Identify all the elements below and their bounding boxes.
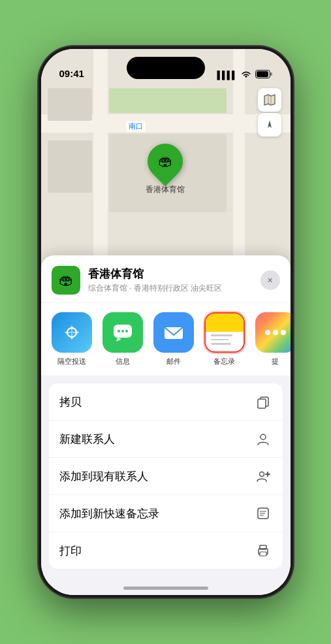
share-item-notes[interactable]: 备忘录 (204, 312, 245, 366)
share-item-airdrop[interactable]: 隔空投送 (52, 312, 92, 366)
copy-icon (254, 393, 272, 411)
status-icons: ▌▌▌▌ (217, 70, 272, 80)
new-contact-icon (254, 430, 272, 448)
dynamic-island (127, 57, 205, 79)
svg-point-15 (125, 330, 128, 332)
share-item-mail[interactable]: 邮件 (153, 312, 194, 366)
svg-rect-29 (260, 552, 266, 556)
share-item-more[interactable]: 提 (255, 312, 291, 366)
print-icon (254, 541, 272, 560)
messages-icon (102, 312, 143, 353)
more-label: 提 (272, 357, 279, 366)
close-icon: × (267, 275, 272, 285)
print-label: 打印 (59, 543, 82, 558)
more-icon (255, 312, 291, 353)
sheet-close-button[interactable]: × (260, 270, 280, 290)
svg-marker-12 (116, 338, 121, 342)
home-indicator (123, 587, 208, 590)
venue-subtitle: 综合体育馆 · 香港特别行政区 油尖旺区 (88, 283, 260, 294)
map-green-area (109, 88, 227, 113)
airdrop-icon (52, 312, 92, 353)
new-contact-label: 新建联系人 (59, 432, 115, 447)
map-pin: 🏟 (140, 137, 189, 186)
location-button[interactable] (258, 113, 281, 137)
svg-point-13 (118, 330, 120, 332)
mail-label: 邮件 (166, 357, 181, 366)
add-to-contact-label: 添加到现有联系人 (59, 469, 148, 484)
wifi-icon (241, 71, 251, 80)
map-block2 (48, 88, 92, 121)
venue-name: 香港体育馆 (88, 266, 260, 282)
svg-point-19 (260, 434, 266, 440)
svg-point-10 (75, 331, 78, 334)
phone-screen: 09:41 ▌▌▌▌ (41, 49, 291, 595)
battery-icon (255, 70, 272, 80)
share-item-messages[interactable]: 信息 (102, 312, 143, 366)
map-controls (258, 88, 281, 137)
action-print[interactable]: 打印 (49, 532, 283, 569)
action-list: 拷贝 新建联系人 (49, 383, 283, 569)
messages-label: 信息 (116, 357, 130, 366)
svg-point-20 (259, 472, 264, 477)
notes-label: 备忘录 (213, 357, 235, 366)
venue-info: 香港体育馆 综合体育馆 · 香港特别行政区 油尖旺区 (88, 266, 260, 294)
svg-marker-3 (264, 95, 275, 105)
svg-rect-2 (257, 71, 268, 77)
mail-icon (153, 312, 194, 353)
svg-rect-18 (258, 399, 266, 408)
add-contact-icon (254, 467, 272, 485)
action-copy[interactable]: 拷贝 (49, 383, 283, 421)
action-new-contact[interactable]: 新建联系人 (49, 421, 283, 458)
bottom-sheet: 🏟 香港体育馆 综合体育馆 · 香港特别行政区 油尖旺区 × (41, 255, 291, 595)
notes-icon (204, 312, 245, 353)
map-pin-icon: 🏟 (158, 153, 172, 170)
copy-label: 拷贝 (59, 394, 82, 410)
add-notes-icon (254, 504, 272, 523)
svg-point-7 (71, 327, 73, 329)
venue-icon: 🏟 (52, 266, 80, 295)
action-add-to-notes[interactable]: 添加到新快速备忘录 (49, 495, 283, 532)
signal-icon: ▌▌▌▌ (217, 71, 236, 80)
map-south-gate-label: 南口 (126, 121, 146, 132)
airdrop-label: 隔空投送 (57, 357, 86, 366)
svg-rect-1 (270, 72, 272, 76)
share-row: 隔空投送 信息 (41, 303, 291, 376)
map-type-button[interactable] (258, 88, 281, 112)
action-add-to-contact[interactable]: 添加到现有联系人 (49, 458, 283, 495)
phone-frame: 09:41 ▌▌▌▌ (39, 46, 293, 598)
svg-point-14 (121, 330, 124, 332)
add-to-notes-label: 添加到新快速备忘录 (59, 506, 159, 521)
sheet-header: 🏟 香港体育馆 综合体育馆 · 香港特别行政区 油尖旺区 × (41, 255, 291, 302)
map-pin-container: 🏟 香港体育馆 (146, 144, 185, 195)
status-time: 09:41 (59, 68, 84, 80)
map-block3 (48, 140, 92, 193)
svg-point-9 (66, 331, 69, 334)
svg-point-8 (71, 336, 73, 338)
